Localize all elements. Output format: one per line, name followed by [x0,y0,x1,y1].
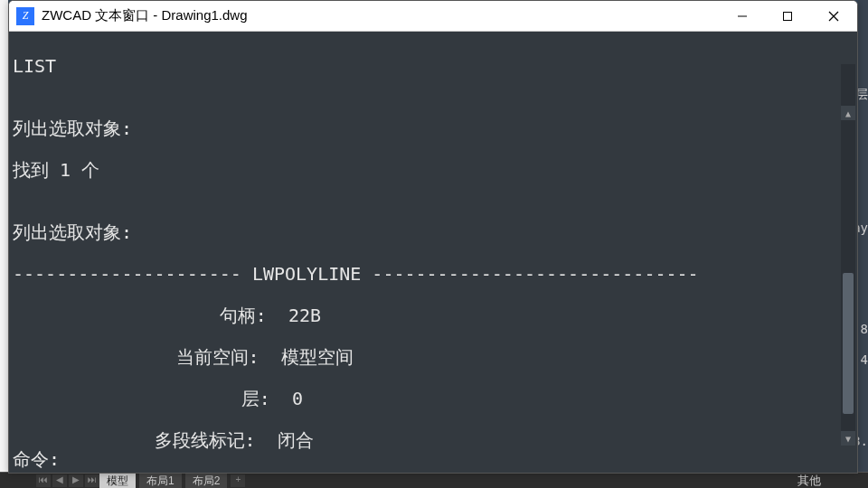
output-line: 当前空间: 模型空间 [13,347,854,368]
bg-text: 4 [861,352,868,367]
output-line: 找到 1 个 [13,160,854,181]
bg-text: 8 [861,322,868,336]
status-bar: ⏮ ◀ ▶ ⏭ 模型 布局1 布局2 + [0,472,868,488]
scroll-down-icon[interactable]: ▼ [841,431,855,446]
layout1-tab[interactable]: 布局1 [139,474,182,488]
output-line: 列出选取对象: [13,222,854,243]
close-button[interactable] [810,1,857,32]
output-line: --------------------- LWPOLYLINE -------… [13,264,854,285]
tab-next-icon[interactable]: ▶ [69,474,83,487]
output-line: 句柄: 22B [13,305,854,326]
tab-prev-icon[interactable]: ◀ [52,474,67,487]
scroll-track[interactable] [841,79,855,431]
model-tab[interactable]: 模型 [99,474,136,488]
other-panel-label: 其他 [750,474,868,488]
vertical-scrollbar[interactable]: ▲ ▼ [841,64,855,446]
titlebar[interactable]: Z ZWCAD 文本窗口 - Drawing1.dwg [9,1,857,32]
tab-last-icon[interactable]: ⏭ [85,474,99,487]
scroll-thumb[interactable] [843,273,854,414]
left-margin [0,0,8,488]
close-icon [828,11,839,22]
tab-first-icon[interactable]: ⏮ [36,474,51,487]
command-prompt[interactable]: 命令: [13,449,857,473]
text-window: Z ZWCAD 文本窗口 - Drawing1.dwg LIST 列出选取对象:… [8,0,858,474]
output-line: 层: 0 [13,389,854,409]
tab-nav: ⏮ ◀ ▶ ⏭ [36,474,99,487]
text-output[interactable]: LIST 列出选取对象: 找到 1 个 列出选取对象: ------------… [9,32,857,473]
output-line: 多段线标记: 闭合 [13,430,854,451]
right-margin [858,0,868,474]
app-icon: Z [16,7,34,25]
svg-rect-1 [784,12,792,20]
minimize-icon [737,11,748,22]
window-title: ZWCAD 文本窗口 - Drawing1.dwg [42,7,248,24]
tab-add-icon[interactable]: + [231,474,245,487]
maximize-icon [782,11,793,22]
minimize-button[interactable] [720,1,765,32]
output-line: LIST [13,56,854,77]
output-line: 列出选取对象: [13,118,854,139]
layout2-tab[interactable]: 布局2 [185,474,228,488]
maximize-button[interactable] [765,1,810,32]
